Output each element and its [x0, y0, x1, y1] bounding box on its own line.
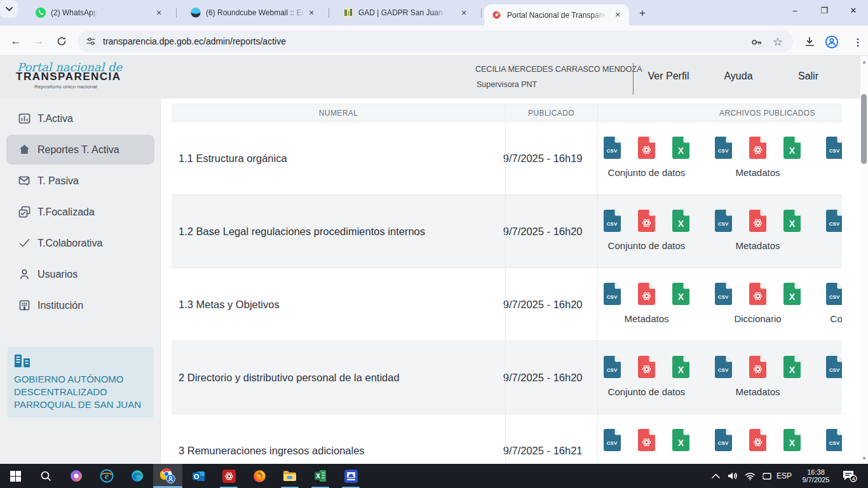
window-restore-button[interactable]: ❐ — [810, 0, 838, 20]
pdf-file-icon[interactable] — [749, 429, 766, 451]
csv-file-icon[interactable]: CSV — [715, 356, 732, 378]
browser-menu-icon[interactable]: ⋮ — [850, 34, 865, 50]
downloads-icon[interactable] — [802, 34, 817, 50]
tab-title: (2) WhatsApp — [51, 8, 97, 17]
csv-file-icon[interactable]: CSV — [715, 429, 732, 451]
file-group-label: Metadatos — [715, 167, 801, 178]
action-center-icon[interactable]: 4 — [839, 464, 860, 488]
header-link-salir[interactable]: Salir — [798, 71, 818, 82]
tab-close-icon[interactable]: ✕ — [154, 8, 164, 18]
wifi-icon[interactable] — [742, 464, 758, 488]
taskbar-start-button[interactable] — [1, 464, 30, 488]
sidebar-item-t-colaborativa[interactable]: T.Colaborativa — [0, 227, 161, 259]
taskbar-edge-button[interactable] — [123, 464, 152, 488]
csv-file-icon[interactable]: CSV — [715, 137, 732, 159]
sidebar-item-usuarios[interactable]: Usuarios — [0, 259, 161, 290]
scroll-down-arrow[interactable]: ▼ — [860, 454, 868, 463]
language-indicator[interactable]: ESP — [774, 464, 794, 488]
entity-card[interactable]: GOBIERNO AUTÓNOMO DESCENTRALIZADO PARROQ… — [8, 347, 154, 417]
csv-file-icon[interactable]: CSV — [604, 429, 621, 451]
file-group: CSVX — [826, 137, 842, 194]
page-scrollbar[interactable]: ▲ ▼ — [860, 56, 868, 464]
browser-tab[interactable]: (2) WhatsApp✕ — [28, 0, 170, 25]
xls-file-icon[interactable]: X — [783, 283, 801, 305]
csv-file-icon[interactable]: CSV — [604, 283, 621, 305]
xls-file-icon[interactable]: X — [783, 137, 801, 159]
taskbar-clock[interactable]: 16:389/7/2025 — [796, 464, 836, 488]
pdf-file-icon[interactable] — [638, 210, 655, 232]
sidebar-item-t-pasiva[interactable]: T. Pasiva — [0, 165, 161, 196]
taskbar-file-explorer-button[interactable] — [275, 464, 304, 488]
header-link-ayuda[interactable]: Ayuda — [724, 71, 752, 82]
pdf-file-icon[interactable] — [749, 283, 766, 305]
csv-file-icon[interactable]: CSV — [604, 356, 621, 378]
csv-file-icon[interactable]: CSV — [826, 137, 842, 159]
sidebar-item-t-focalizada[interactable]: T.Focalizada — [0, 196, 161, 227]
csv-file-icon[interactable]: CSV — [826, 356, 842, 378]
sidebar-item-t-activa[interactable]: T.Activa — [0, 103, 161, 134]
xls-file-icon[interactable]: X — [783, 429, 801, 451]
csv-file-icon[interactable]: CSV — [715, 210, 732, 232]
taskbar-acrobat-button[interactable] — [214, 464, 243, 488]
scrollbar-thumb[interactable] — [861, 94, 867, 164]
taskbar-scanner-button[interactable] — [336, 464, 365, 488]
xls-file-icon[interactable]: X — [783, 210, 801, 232]
new-tab-button[interactable]: + — [634, 5, 651, 22]
taskbar-chrome-button[interactable] — [153, 464, 182, 488]
reload-button[interactable] — [53, 33, 70, 50]
csv-file-icon[interactable]: CSV — [604, 137, 621, 159]
taskbar-copilot-button[interactable] — [62, 464, 91, 488]
column-divider — [597, 104, 598, 464]
taskbar-firefox-button[interactable] — [245, 464, 274, 488]
xls-file-icon[interactable]: X — [672, 283, 689, 305]
pdf-file-icon[interactable] — [638, 429, 655, 451]
xls-file-icon[interactable]: X — [672, 356, 689, 378]
tray-chevron-icon[interactable] — [707, 464, 724, 488]
csv-file-icon[interactable]: CSV — [715, 283, 732, 305]
tab-search-button[interactable] — [0, 0, 18, 18]
sidebar-item-reportes-t-activa[interactable]: Reportes T. Activa — [6, 135, 154, 165]
tab-close-icon[interactable]: ✕ — [306, 8, 316, 18]
entity-name: GOBIERNO AUTÓNOMO DESCENTRALIZADO PARROQ… — [14, 373, 147, 411]
window-minimize-button[interactable]: – — [781, 0, 809, 20]
browser-tab[interactable]: GAD | GADPR San Juan |✕ — [336, 0, 475, 25]
cast-display-icon[interactable] — [759, 464, 775, 488]
csv-file-icon[interactable]: CSV — [604, 210, 621, 232]
volume-icon[interactable] — [724, 464, 741, 488]
pdf-file-icon[interactable] — [638, 137, 655, 159]
window-close-button[interactable]: ✕ — [839, 0, 867, 20]
scroll-up-arrow[interactable]: ▲ — [860, 57, 868, 66]
xls-file-icon[interactable]: X — [783, 356, 801, 378]
taskbar-internet-explorer-button[interactable]: e — [92, 464, 121, 488]
xls-file-icon[interactable]: X — [672, 137, 689, 159]
taskbar-excel-button[interactable]: X — [306, 464, 335, 488]
pdf-file-icon[interactable] — [749, 137, 766, 159]
taskbar-search-button[interactable] — [31, 464, 60, 488]
tab-close-icon[interactable]: ✕ — [459, 8, 469, 18]
csv-file-icon[interactable]: CSV — [826, 283, 842, 305]
pdf-file-icon[interactable] — [638, 283, 655, 305]
browser-tab[interactable]: (6) Roundcube Webmail :: Entra✕ — [183, 0, 323, 25]
xls-file-icon[interactable]: X — [672, 210, 689, 232]
taskbar-outlook-button[interactable]: O — [184, 464, 213, 488]
svg-text:X: X — [678, 146, 684, 156]
csv-file-icon[interactable]: CSV — [826, 210, 842, 232]
report-published-date: 9/7/2025 - 16h19 — [498, 122, 588, 194]
password-key-icon[interactable] — [749, 34, 764, 50]
site-settings-icon[interactable] — [85, 36, 97, 47]
forward-button[interactable]: → — [31, 33, 47, 50]
address-bar[interactable]: transparencia.dpe.gob.ec/admin/reports/a… — [78, 30, 793, 52]
pdf-file-icon[interactable] — [749, 356, 766, 378]
sidebar-item-instituci-n[interactable]: Institución — [0, 290, 161, 321]
xls-file-icon[interactable]: X — [672, 429, 689, 451]
pdf-file-icon[interactable] — [638, 356, 655, 378]
header-link-ver-perfil[interactable]: Ver Perfil — [648, 71, 689, 82]
back-button[interactable]: ← — [8, 33, 24, 50]
csv-file-icon[interactable]: CSV — [826, 429, 842, 451]
profile-avatar-icon[interactable] — [824, 34, 839, 50]
svg-text:X: X — [678, 219, 684, 229]
browser-tab[interactable]: Portal Nacional de Transparenci✕ — [484, 4, 629, 25]
pdf-file-icon[interactable] — [749, 210, 766, 232]
tab-close-icon[interactable]: ✕ — [613, 10, 623, 20]
bookmark-star-icon[interactable]: ☆ — [770, 34, 785, 50]
